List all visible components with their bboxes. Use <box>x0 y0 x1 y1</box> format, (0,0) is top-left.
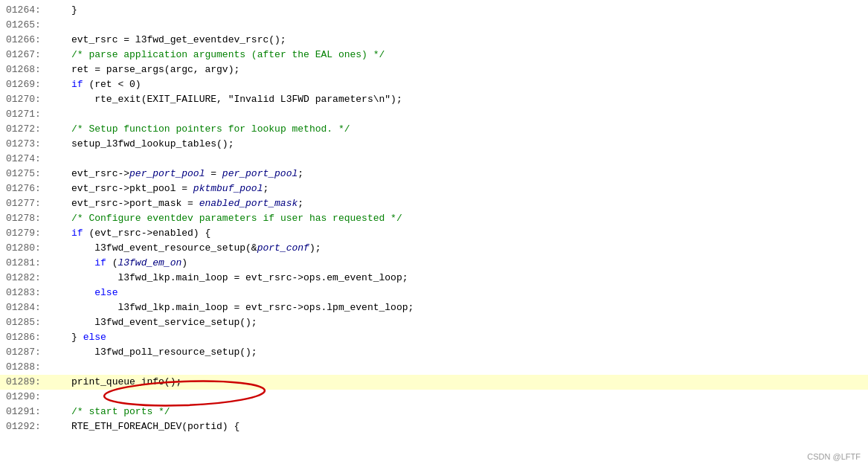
code-line: 01279: if (evt_rsrc->enabled) { <box>0 226 868 241</box>
line-number: 01265: <box>6 18 48 33</box>
line-number: 01290: <box>6 390 48 405</box>
code-line: 01282: l3fwd_lkp.main_loop = evt_rsrc->o… <box>0 271 868 286</box>
code-lines: 01264: }01265:01266: evt_rsrc = l3fwd_ge… <box>0 3 868 434</box>
line-number: 01269: <box>6 77 48 92</box>
line-content: rte_exit(EXIT_FAILURE, "Invalid L3FWD pa… <box>48 92 862 107</box>
code-line: 01289: print_queue_info(); <box>0 375 868 390</box>
line-number: 01278: <box>6 211 48 226</box>
code-line: 01264: } <box>0 3 868 18</box>
line-content: /* parse application arguments (after th… <box>48 48 862 62</box>
line-content: } <box>48 3 862 18</box>
line-number: 01283: <box>6 286 48 300</box>
line-number: 01266: <box>6 33 48 48</box>
line-content: if (evt_rsrc->enabled) { <box>48 226 862 241</box>
line-number: 01284: <box>6 300 48 315</box>
line-content: /* Setup function pointers for lookup me… <box>48 122 862 137</box>
line-number: 01264: <box>6 3 48 18</box>
code-line: 01272: /* Setup function pointers for lo… <box>0 122 868 137</box>
code-line: 01265: <box>0 18 868 33</box>
code-line: 01277: evt_rsrc->port_mask = enabled_por… <box>0 196 868 211</box>
line-content: l3fwd_event_resource_setup(&port_conf); <box>48 241 862 256</box>
line-number: 01271: <box>6 107 48 122</box>
line-content: l3fwd_event_service_setup(); <box>48 315 862 330</box>
line-content: else <box>48 286 862 300</box>
line-content: evt_rsrc->port_mask = enabled_port_mask; <box>48 196 862 211</box>
code-line: 01291: /* start ports */ <box>0 405 868 419</box>
line-number: 01287: <box>6 345 48 360</box>
code-line: 01288: <box>0 360 868 375</box>
code-line: 01278: /* Configure eventdev parameters … <box>0 211 868 226</box>
line-content: print_queue_info(); <box>48 375 862 390</box>
line-number: 01286: <box>6 330 48 345</box>
line-number: 01268: <box>6 62 48 77</box>
line-content: evt_rsrc = l3fwd_get_eventdev_rsrc(); <box>48 33 862 48</box>
watermark: CSDN @LFTF <box>807 451 861 463</box>
code-line: 01290: <box>0 390 868 405</box>
code-line: 01268: ret = parse_args(argc, argv); <box>0 62 868 77</box>
line-content: setup_l3fwd_lookup_tables(); <box>48 137 862 152</box>
line-number: 01267: <box>6 48 48 62</box>
code-container: 01264: }01265:01266: evt_rsrc = l3fwd_ge… <box>0 0 868 467</box>
line-content: /* start ports */ <box>48 405 862 419</box>
code-line: 01273: setup_l3fwd_lookup_tables(); <box>0 137 868 152</box>
code-line: 01274: <box>0 152 868 167</box>
code-line: 01275: evt_rsrc->per_port_pool = per_por… <box>0 167 868 181</box>
line-content: RTE_ETH_FOREACH_DEV(portid) { <box>48 419 862 434</box>
code-line: 01270: rte_exit(EXIT_FAILURE, "Invalid L… <box>0 92 868 107</box>
code-line: 01292: RTE_ETH_FOREACH_DEV(portid) { <box>0 419 868 434</box>
line-number: 01280: <box>6 241 48 256</box>
line-number: 01279: <box>6 226 48 241</box>
line-number: 01281: <box>6 256 48 271</box>
code-line: 01284: l3fwd_lkp.main_loop = evt_rsrc->o… <box>0 300 868 315</box>
line-content: /* Configure eventdev parameters if user… <box>48 211 862 226</box>
line-content: evt_rsrc->per_port_pool = per_port_pool; <box>48 167 862 181</box>
line-number: 01270: <box>6 92 48 107</box>
code-line: 01285: l3fwd_event_service_setup(); <box>0 315 868 330</box>
line-number: 01285: <box>6 315 48 330</box>
line-content: ret = parse_args(argc, argv); <box>48 62 862 77</box>
line-content: l3fwd_lkp.main_loop = evt_rsrc->ops.em_e… <box>48 271 862 286</box>
code-line: 01271: <box>0 107 868 122</box>
code-line: 01283: else <box>0 286 868 300</box>
line-number: 01273: <box>6 137 48 152</box>
line-number: 01272: <box>6 122 48 137</box>
line-content: l3fwd_poll_resource_setup(); <box>48 345 862 360</box>
code-line: 01276: evt_rsrc->pkt_pool = pktmbuf_pool… <box>0 181 868 196</box>
code-line: 01267: /* parse application arguments (a… <box>0 48 868 62</box>
line-number: 01277: <box>6 196 48 211</box>
line-number: 01291: <box>6 405 48 419</box>
line-number: 01282: <box>6 271 48 286</box>
code-line: 01266: evt_rsrc = l3fwd_get_eventdev_rsr… <box>0 33 868 48</box>
line-number: 01292: <box>6 419 48 434</box>
line-number: 01274: <box>6 152 48 167</box>
line-number: 01275: <box>6 167 48 181</box>
line-content: if (l3fwd_em_on) <box>48 256 862 271</box>
line-content: } else <box>48 330 862 345</box>
line-content: evt_rsrc->pkt_pool = pktmbuf_pool; <box>48 181 862 196</box>
line-content: l3fwd_lkp.main_loop = evt_rsrc->ops.lpm_… <box>48 300 862 315</box>
code-line: 01280: l3fwd_event_resource_setup(&port_… <box>0 241 868 256</box>
line-number: 01289: <box>6 375 48 390</box>
line-content: if (ret < 0) <box>48 77 862 92</box>
code-line: 01286: } else <box>0 330 868 345</box>
line-number: 01288: <box>6 360 48 375</box>
code-line: 01269: if (ret < 0) <box>0 77 868 92</box>
code-line: 01287: l3fwd_poll_resource_setup(); <box>0 345 868 360</box>
line-number: 01276: <box>6 181 48 196</box>
code-line: 01281: if (l3fwd_em_on) <box>0 256 868 271</box>
